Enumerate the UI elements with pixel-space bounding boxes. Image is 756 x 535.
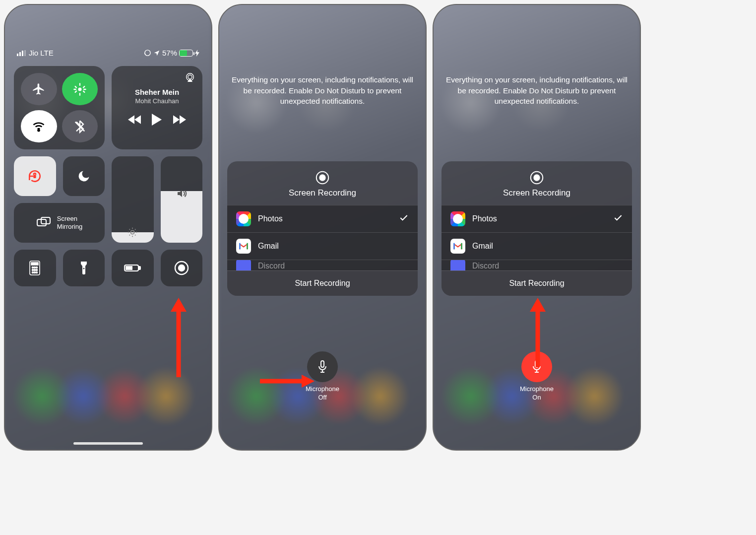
svg-rect-0 <box>17 54 18 56</box>
svg-rect-27 <box>139 267 140 269</box>
calculator-icon <box>29 261 41 275</box>
checkmark-icon <box>613 213 623 225</box>
rewind-icon <box>128 115 141 125</box>
media-title: Sheher Mein <box>119 88 195 96</box>
play-button[interactable] <box>151 114 162 128</box>
volume-slider[interactable] <box>161 156 203 243</box>
charging-icon <box>195 50 199 57</box>
airplay-icon[interactable] <box>185 72 195 85</box>
location-icon <box>153 50 160 57</box>
wifi-icon <box>32 120 46 134</box>
gmail-app-icon <box>450 239 465 254</box>
record-icon <box>529 170 544 185</box>
annotation-arrow-1 <box>169 298 189 377</box>
next-track-button[interactable] <box>173 115 186 127</box>
calculator-button[interactable] <box>14 250 56 286</box>
recording-app-row-partial[interactable]: Discord <box>441 260 632 270</box>
svg-rect-28 <box>126 267 132 269</box>
recording-app-row-gmail[interactable]: Gmail <box>441 232 632 260</box>
home-indicator[interactable] <box>73 442 143 445</box>
svg-point-18 <box>36 267 38 268</box>
start-recording-button[interactable]: Start Recording <box>441 270 632 296</box>
svg-point-25 <box>83 268 84 269</box>
discord-app-icon <box>236 260 251 270</box>
svg-point-35 <box>534 175 539 180</box>
start-recording-button[interactable]: Start Recording <box>227 270 418 296</box>
microphone-label: Microphone On <box>520 385 554 402</box>
carrier-label: Jio LTE <box>29 49 54 57</box>
battery-icon <box>124 264 141 272</box>
recording-app-list: Photos Gmail Discord <box>441 205 632 270</box>
svg-rect-1 <box>19 52 21 56</box>
svg-point-16 <box>32 267 34 268</box>
moon-icon <box>77 169 91 183</box>
svg-point-22 <box>32 272 34 273</box>
svg-rect-2 <box>22 51 23 56</box>
do-not-disturb-toggle[interactable] <box>63 156 105 196</box>
svg-rect-15 <box>31 263 38 265</box>
screen-recording-card: Screen Recording Photos Gmail Discord <box>227 161 418 296</box>
wifi-toggle[interactable] <box>21 110 57 142</box>
phone-screen-2: Everything on your screen, including not… <box>218 4 427 451</box>
svg-point-24 <box>36 272 38 273</box>
annotation-arrow-3 <box>528 298 548 367</box>
svg-point-21 <box>36 269 38 271</box>
airplane-icon <box>32 82 46 96</box>
previous-track-button[interactable] <box>128 115 141 127</box>
record-icon <box>315 170 330 185</box>
screen-mirroring-button[interactable]: Screen Mirroring <box>14 203 105 243</box>
media-tile[interactable]: Sheher Mein Mohit Chauhan <box>112 66 202 149</box>
recording-app-row-photos[interactable]: Photos <box>227 205 418 232</box>
brightness-slider[interactable] <box>112 156 154 243</box>
microphone-icon <box>316 360 328 374</box>
cellular-icon <box>73 82 87 96</box>
svg-point-32 <box>319 175 325 180</box>
svg-rect-33 <box>321 361 324 367</box>
svg-rect-10 <box>34 175 36 178</box>
portrait-lock-status-icon <box>144 49 151 57</box>
svg-rect-3 <box>24 50 26 56</box>
svg-point-30 <box>179 265 185 271</box>
screen-recording-card: Screen Recording Photos Gmail Discord <box>441 161 632 296</box>
photos-app-icon <box>450 211 465 226</box>
svg-point-17 <box>34 267 36 268</box>
low-power-mode-button[interactable] <box>112 250 154 286</box>
status-bar: Jio LTE 57% <box>14 14 202 66</box>
bluetooth-toggle[interactable] <box>62 110 98 142</box>
airplane-mode-toggle[interactable] <box>21 73 57 105</box>
svg-point-19 <box>32 269 34 271</box>
gmail-app-icon <box>236 239 251 254</box>
flashlight-icon <box>79 261 88 275</box>
screen-recording-button[interactable] <box>161 250 203 286</box>
mirroring-label: Screen Mirroring <box>57 215 82 230</box>
annotation-arrow-2 <box>260 374 315 389</box>
recording-title: Screen Recording <box>503 188 570 198</box>
svg-point-20 <box>34 269 36 271</box>
phone-screen-1: Jio LTE 57% <box>4 4 212 451</box>
battery-icon <box>179 50 193 57</box>
media-artist: Mohit Chauhan <box>119 97 195 105</box>
fast-forward-icon <box>173 115 186 125</box>
phone-screen-3: Everything on your screen, including not… <box>433 4 641 451</box>
recording-app-list: Photos Gmail Discord <box>227 205 418 270</box>
record-icon <box>174 260 189 276</box>
battery-percent: 57% <box>162 49 177 57</box>
orientation-lock-toggle[interactable] <box>14 156 56 196</box>
play-icon <box>151 114 162 126</box>
signal-icon <box>17 50 26 56</box>
volume-icon <box>176 188 188 200</box>
svg-point-6 <box>38 129 40 131</box>
recording-app-row-photos[interactable]: Photos <box>441 205 632 232</box>
brightness-icon <box>127 227 138 238</box>
photos-app-icon <box>236 211 251 226</box>
flashlight-button[interactable] <box>63 250 105 286</box>
discord-app-icon <box>450 260 465 270</box>
svg-point-11 <box>131 230 134 234</box>
recording-app-row-gmail[interactable]: Gmail <box>227 232 418 260</box>
svg-point-5 <box>78 87 81 91</box>
checkmark-icon <box>399 213 409 225</box>
cellular-toggle[interactable] <box>62 73 98 105</box>
svg-point-23 <box>34 272 36 273</box>
recording-app-row-partial[interactable]: Discord <box>227 260 418 270</box>
connectivity-tile <box>14 66 105 149</box>
